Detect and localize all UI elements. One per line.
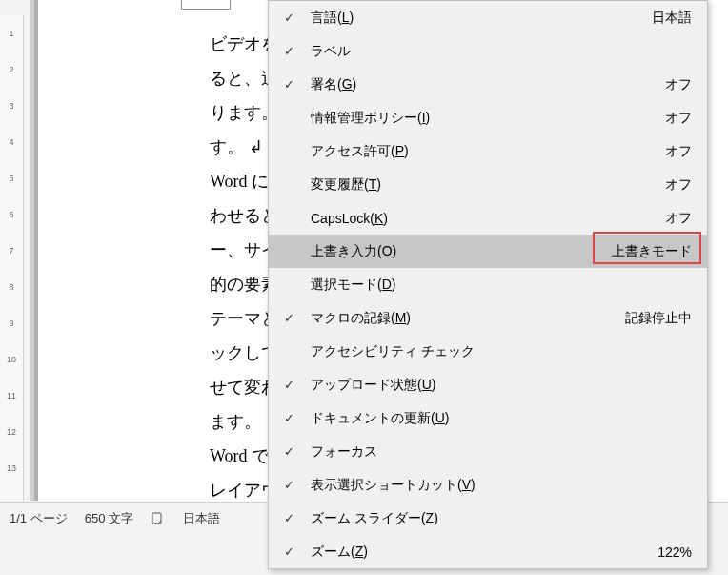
check-icon: [282, 178, 295, 192]
menu-item-label: ズーム スライダー(Z): [311, 510, 692, 527]
menu-item[interactable]: アクセス許可(P)オフ: [269, 134, 707, 168]
check-icon: ✓: [282, 312, 295, 325]
check-icon: ✓: [282, 545, 295, 559]
menu-item-label: 変更履歴(T): [311, 176, 665, 194]
check-icon: ✓: [282, 78, 295, 92]
check-icon: [282, 112, 295, 125]
ruler-tick: 1: [0, 15, 23, 51]
menu-item-label: CapsLock(K): [311, 211, 665, 226]
menu-item-status: オフ: [665, 76, 692, 93]
menu-item[interactable]: アクセシビリティ チェック: [269, 335, 707, 368]
menu-item[interactable]: 情報管理ポリシー(I)オフ: [269, 101, 707, 134]
status-language[interactable]: 日本語: [183, 510, 220, 527]
menu-item-label: 選択モード(D): [311, 277, 692, 294]
check-icon: [282, 345, 295, 359]
menu-item[interactable]: 選択モード(D): [269, 268, 707, 301]
menu-item-status: オフ: [665, 143, 692, 160]
menu-item-status: 上書きモード: [612, 243, 692, 260]
menu-item-label: フォーカス: [311, 443, 692, 461]
menu-item-label: アクセシビリティ チェック: [311, 343, 692, 360]
check-icon: [282, 145, 295, 158]
check-icon: ✓: [282, 45, 295, 58]
ruler-tick: 12: [0, 414, 23, 450]
check-icon: [282, 212, 295, 225]
check-icon: [282, 278, 295, 292]
ruler-tick: 11: [0, 378, 23, 414]
menu-item-label: アップロード状態(U): [311, 377, 692, 394]
check-icon: ✓: [282, 479, 295, 492]
menu-item-label: ラベル: [311, 43, 692, 60]
menu-item[interactable]: ✓言語(L)日本語: [269, 1, 707, 34]
ruler-tick: 2: [0, 51, 23, 88]
menu-item[interactable]: 変更履歴(T)オフ: [269, 168, 707, 201]
menu-item-label: マクロの記録(M): [311, 310, 625, 327]
status-page[interactable]: 1/1 ページ: [10, 510, 68, 527]
ruler-tick: 13: [0, 450, 23, 486]
ruler-tick: 8: [0, 269, 23, 305]
menu-item-label: 言語(L): [311, 10, 652, 27]
menu-item-label: 情報管理ポリシー(I): [311, 110, 665, 127]
check-icon: ✓: [282, 11, 295, 25]
menu-item[interactable]: ✓ドキュメントの更新(U): [269, 401, 707, 435]
vertical-ruler: 12345678910111213: [0, 15, 24, 501]
menu-item[interactable]: ✓アップロード状態(U): [269, 368, 707, 401]
ruler-tick: 7: [0, 233, 23, 269]
ruler-tick: 4: [0, 124, 23, 160]
menu-item[interactable]: CapsLock(K)オフ: [269, 201, 707, 235]
menu-item[interactable]: 上書き入力(O)上書きモード: [269, 235, 707, 268]
check-icon: ✓: [282, 379, 295, 392]
menu-item-status: オフ: [665, 210, 692, 227]
statusbar-context-menu[interactable]: ✓言語(L)日本語✓ラベル✓署名(G)オフ情報管理ポリシー(I)オフアクセス許可…: [268, 0, 708, 569]
menu-item[interactable]: ✓マクロの記録(M)記録停止中: [269, 301, 707, 335]
menu-item-label: 表示選択ショートカット(V): [311, 477, 692, 494]
menu-item[interactable]: ✓フォーカス: [269, 435, 707, 468]
menu-item[interactable]: ✓ラベル: [269, 34, 707, 68]
menu-item-status: 日本語: [652, 10, 692, 27]
ruler-tick: 5: [0, 160, 23, 196]
menu-item-label: ドキュメントの更新(U): [311, 410, 692, 427]
ruler-tick: 9: [0, 305, 23, 341]
status-word-count[interactable]: 650 文字: [85, 510, 133, 527]
menu-item-status: 記録停止中: [625, 310, 692, 327]
menu-item[interactable]: ✓ズーム(Z)122%: [269, 535, 707, 568]
check-icon: ✓: [282, 512, 295, 525]
ruler-tick: 3: [0, 88, 23, 124]
menu-item-label: 署名(G): [311, 76, 665, 93]
check-icon: ✓: [282, 445, 295, 459]
menu-item[interactable]: ✓ズーム スライダー(Z): [269, 502, 707, 535]
menu-item[interactable]: ✓表示選択ショートカット(V): [269, 468, 707, 502]
menu-item-status: オフ: [665, 176, 692, 194]
ruler-tick: 10: [0, 341, 23, 378]
check-icon: ✓: [282, 412, 295, 425]
tab-stop-marker: [181, 0, 231, 10]
menu-item[interactable]: ✓署名(G)オフ: [269, 68, 707, 101]
check-icon: [282, 245, 295, 258]
menu-item-status: 122%: [657, 544, 692, 560]
menu-item-status: オフ: [665, 110, 692, 127]
menu-item-label: ズーム(Z): [311, 544, 657, 561]
spellcheck-icon[interactable]: [151, 511, 166, 526]
menu-item-label: アクセス許可(P): [311, 143, 665, 160]
ruler-tick: 6: [0, 196, 23, 233]
menu-item-label: 上書き入力(O): [311, 243, 612, 260]
